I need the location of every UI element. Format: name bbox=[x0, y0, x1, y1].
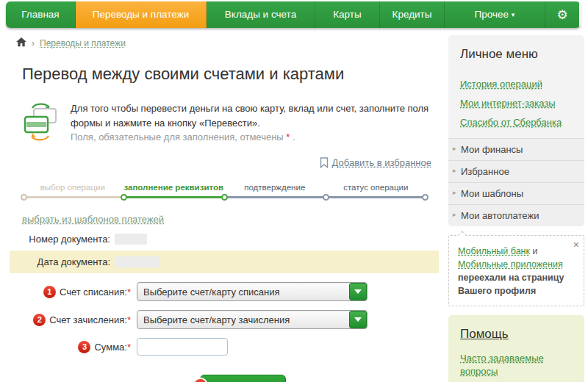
amount-input[interactable] bbox=[137, 338, 228, 356]
intro-required-note: Поля, обязательные для заполнения, отмеч… bbox=[71, 130, 432, 145]
sidebar-item-label: Мои автоплатежи bbox=[461, 210, 539, 221]
doc-date-value-redacted bbox=[115, 256, 160, 267]
notice-text-bold: переехали на страницу Вашего профиля bbox=[458, 273, 564, 296]
progress-steps: выбор операции заполнение реквизитов под… bbox=[22, 183, 426, 201]
step-badge-1: 1 bbox=[43, 286, 56, 298]
step-badge-3: 3 bbox=[78, 341, 90, 353]
help-link-faq[interactable]: Часто задаваемые вопросы bbox=[460, 352, 556, 380]
main-navigation: Главная Переводы и платежи Вклады и счет… bbox=[6, 1, 581, 28]
step-label-operation-status: статус операции bbox=[326, 183, 427, 192]
doc-number-value-redacted bbox=[115, 234, 147, 245]
main-content: Перевод между своими счетами и картами Д… bbox=[10, 57, 439, 382]
help-title: Помощь bbox=[460, 327, 509, 341]
debit-select-arrow-button[interactable] bbox=[349, 283, 367, 300]
progress-dot-start bbox=[21, 194, 27, 201]
sidebar-item-my-autopayments[interactable]: ▸ Мои автоплатежи bbox=[448, 204, 584, 226]
chevron-down-icon: ▾ bbox=[512, 11, 515, 18]
debit-account-row: 1 Счет списания:* Выберите счет/карту сп… bbox=[10, 282, 439, 301]
nav-tab-credits[interactable]: Кредиты bbox=[380, 1, 445, 28]
intro-block: Для того чтобы перевести деньги на свою … bbox=[22, 101, 439, 145]
transfer-submit-button[interactable]: Перевести bbox=[200, 375, 286, 382]
chevron-right-icon: ▸ bbox=[453, 189, 456, 196]
transfer-cards-icon bbox=[22, 101, 59, 145]
breadcrumb: › Переводы и платежи bbox=[16, 37, 126, 49]
nav-tab-other-label: Прочее bbox=[475, 9, 509, 20]
step-label-fill-details: заполнение реквизитов bbox=[123, 183, 225, 192]
doc-number-label: Номер документа: bbox=[10, 234, 110, 245]
progress-segment-active bbox=[123, 196, 225, 198]
personal-menu-title: Личное меню bbox=[448, 35, 584, 68]
doc-date-label: Дата документа: bbox=[10, 256, 110, 267]
progress-segment-last bbox=[326, 196, 427, 198]
sidebar-item-label: Мои шаблоны bbox=[461, 188, 523, 199]
sidebar-link-spasibo[interactable]: Спасибо от Сбербанка bbox=[460, 117, 573, 128]
nav-tab-cards[interactable]: Карты bbox=[315, 1, 380, 28]
sidebar-item-label: Мои финансы bbox=[461, 144, 523, 155]
step-label-choose-operation: выбор операции bbox=[22, 183, 123, 192]
progress-dot-2 bbox=[121, 194, 127, 201]
credit-account-select[interactable]: Выберите счет/карту зачисления bbox=[137, 310, 368, 329]
chevron-right-icon: ▸ bbox=[453, 211, 456, 218]
settings-button[interactable]: ⚙ bbox=[545, 1, 579, 28]
mobile-apps-link[interactable]: Мобильные приложения bbox=[458, 259, 563, 270]
credit-account-row: 2 Счет зачисления:* Выберите счет/карту … bbox=[10, 310, 439, 329]
triangle-down-icon bbox=[354, 317, 362, 322]
sidebar-link-internet-orders[interactable]: Мои интернет-заказы bbox=[460, 98, 573, 109]
credit-select-arrow-button[interactable] bbox=[349, 311, 367, 328]
notice-text: и bbox=[530, 246, 537, 256]
sidebar-item-my-finances[interactable]: ▸ Мои финансы bbox=[448, 138, 584, 160]
nav-tab-transfers[interactable]: Переводы и платежи bbox=[76, 1, 207, 28]
intro-text: Для того чтобы перевести деньги на свою … bbox=[71, 101, 432, 145]
choose-from-templates-link[interactable]: выбрать из шаблонов платежей bbox=[22, 214, 164, 225]
breadcrumb-separator: › bbox=[32, 38, 35, 48]
debit-account-select-value: Выберите счет/карту списания bbox=[137, 286, 349, 298]
doc-number-row: Номер документа: bbox=[10, 234, 439, 245]
sidebar-item-label: Избранное bbox=[461, 166, 509, 177]
debit-account-select[interactable]: Выберите счет/карту списания bbox=[137, 282, 368, 301]
personal-menu-box: Личное меню История операций Мои интерне… bbox=[448, 35, 584, 226]
notice-caret bbox=[458, 231, 466, 239]
sidebar-link-operations-history[interactable]: История операций bbox=[460, 79, 573, 90]
progress-track bbox=[22, 194, 426, 201]
debit-account-label: Счет списания:* bbox=[60, 286, 131, 298]
progress-dot-end bbox=[422, 194, 429, 201]
sidebar-item-my-templates[interactable]: ▸ Мои шаблоны bbox=[448, 182, 584, 204]
favorites-row: Добавить в избранное bbox=[10, 157, 439, 168]
triangle-down-icon bbox=[354, 289, 362, 294]
add-to-favorites-link[interactable]: Добавить в избранное bbox=[332, 157, 431, 168]
required-asterisk: * bbox=[286, 131, 290, 143]
sidebar: Личное меню История операций Мои интерне… bbox=[448, 35, 584, 382]
amount-row: 3 Сумма:* bbox=[10, 338, 439, 356]
credit-account-select-value: Выберите счет/карту зачисления bbox=[137, 314, 349, 325]
progress-segment-next bbox=[224, 196, 326, 198]
step-badge-2: 2 bbox=[33, 314, 46, 326]
help-box: Помощь Часто задаваемые вопросы Тарифы, … bbox=[448, 315, 584, 382]
breadcrumb-link-transfers[interactable]: Переводы и платежи bbox=[40, 38, 126, 48]
intro-line1: Для того чтобы перевести деньги на свою … bbox=[71, 101, 432, 130]
mobile-bank-link[interactable]: Мобильный банк bbox=[458, 246, 530, 256]
bookmark-icon bbox=[320, 157, 329, 168]
step-label-confirmation: подтверждение bbox=[224, 183, 326, 192]
nav-tab-home[interactable]: Главная bbox=[6, 1, 76, 28]
progress-dot-4 bbox=[323, 194, 329, 201]
credit-account-label: Счет зачисления:* bbox=[49, 314, 131, 325]
page-title: Перевод между своими счетами и картами bbox=[22, 65, 439, 84]
progress-dot-3 bbox=[221, 194, 228, 201]
nav-tab-other[interactable]: Прочее ▾ bbox=[445, 1, 545, 28]
chevron-right-icon: ▸ bbox=[453, 167, 456, 174]
form-actions: Отменить 4 Перевести bbox=[138, 375, 439, 382]
sidebar-item-favorites[interactable]: ▸ Избранное bbox=[448, 160, 584, 182]
progress-segment-past bbox=[22, 196, 123, 198]
mobile-bank-notice: × Мобильный банк и Мобильные приложения … bbox=[448, 235, 584, 306]
close-icon[interactable]: × bbox=[573, 237, 579, 252]
gear-icon: ⚙ bbox=[556, 7, 567, 22]
doc-date-row: Дата документа: bbox=[10, 251, 439, 273]
chevron-right-icon: ▸ bbox=[453, 145, 456, 152]
nav-tab-deposits[interactable]: Вклады и счета bbox=[207, 1, 315, 28]
amount-label: Сумма:* bbox=[94, 342, 131, 353]
home-icon[interactable] bbox=[16, 37, 26, 49]
